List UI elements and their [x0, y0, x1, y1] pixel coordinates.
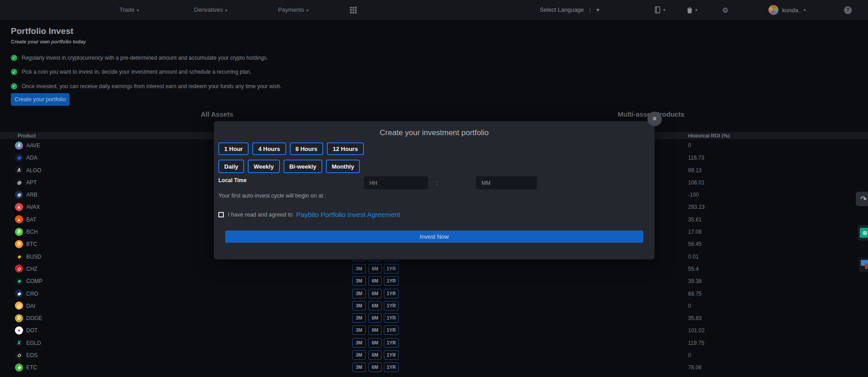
- table-row[interactable]: ◈ COMP 3M 6M 1YR 39.38: [0, 275, 868, 287]
- hour-option-button[interactable]: 4 Hours: [252, 142, 286, 155]
- frequency-option-group: DailyWeeklyBi-weeklyMonthly: [218, 160, 363, 173]
- period-3m-button[interactable]: 3M: [352, 301, 366, 311]
- period-6m-button[interactable]: 6M: [368, 264, 382, 273]
- help-button[interactable]: ?: [844, 0, 852, 20]
- chat-extension-widget[interactable]: [859, 258, 868, 272]
- table-row[interactable]: ◆ ETC 3M 6M 1YR 78.06: [0, 361, 868, 373]
- feature-bullet: ✓ Once invested, you can receive daily e…: [11, 79, 282, 94]
- roi-value: 101.02: [688, 327, 705, 334]
- period-1yr-button[interactable]: 1YR: [384, 350, 399, 360]
- frequency-option-button[interactable]: Bi-weekly: [283, 160, 322, 173]
- bag-icon: [686, 6, 693, 14]
- period-3m-button[interactable]: 3M: [352, 313, 366, 323]
- coin-icon: ◉: [15, 191, 23, 199]
- language-selector[interactable]: Select Language|▼: [540, 0, 600, 20]
- tab-all-assets[interactable]: All Assets: [0, 110, 434, 120]
- period-6m-button[interactable]: 6M: [368, 276, 382, 286]
- separator: |: [590, 6, 591, 13]
- hour-option-button[interactable]: 12 Hours: [327, 142, 364, 155]
- period-3m-button[interactable]: 3M: [352, 350, 366, 360]
- period-6m-button[interactable]: 6M: [368, 313, 382, 323]
- minute-input[interactable]: [476, 176, 537, 189]
- hour-option-button[interactable]: 8 Hours: [290, 142, 323, 155]
- username-label: kunda..: [782, 7, 802, 14]
- coin-symbol: EOS: [26, 352, 38, 358]
- period-1yr-button[interactable]: 1YR: [384, 338, 399, 348]
- table-row[interactable]: X EGLD 3M 6M 1YR 119.75: [0, 337, 868, 349]
- period-1yr-button[interactable]: 1YR: [384, 289, 399, 298]
- coin-glyph: A: [17, 143, 20, 148]
- period-1yr-button[interactable]: 1YR: [384, 313, 399, 323]
- coin-icon: ●: [15, 326, 23, 335]
- nav-menu-trade[interactable]: Trade▾: [119, 0, 139, 20]
- roi-value: -100: [688, 192, 699, 198]
- table-row[interactable]: Ð DOGE 3M 6M 1YR 35.83: [0, 312, 868, 324]
- chatgpt-extension-widget[interactable]: ⊛: [858, 225, 868, 240]
- nav-menu-payments[interactable]: Payments▾: [278, 0, 308, 20]
- cycle-note: Your first auto-invest cycle will begin …: [218, 193, 326, 199]
- user-menu[interactable]: kunda.. ▾: [769, 0, 806, 20]
- share-widget[interactable]: ↷: [856, 192, 868, 206]
- period-1yr-button[interactable]: 1YR: [384, 363, 399, 372]
- agreement-checkbox[interactable]: [218, 212, 224, 217]
- frequency-option-button[interactable]: Daily: [218, 160, 244, 173]
- frequency-option-button[interactable]: Weekly: [248, 160, 280, 173]
- period-6m-button[interactable]: 6M: [368, 289, 382, 298]
- period-3m-button[interactable]: 3M: [352, 363, 366, 372]
- grid-glyph: [350, 7, 357, 14]
- period-3m-button[interactable]: 3M: [352, 276, 366, 286]
- table-row[interactable]: ● DOT 3M 6M 1YR 101.02: [0, 324, 868, 336]
- period-6m-button[interactable]: 6M: [368, 350, 382, 360]
- orders-book-button[interactable]: ▾: [654, 0, 665, 20]
- period-3m-button[interactable]: 3M: [352, 338, 366, 348]
- table-row[interactable]: ◎ DAI 3M 6M 1YR 0: [0, 300, 868, 312]
- wallet-bag-button[interactable]: ▾: [686, 0, 698, 20]
- coin-glyph: B: [17, 241, 20, 246]
- period-1yr-button[interactable]: 1YR: [384, 264, 399, 273]
- chat-bubble-icon: [865, 264, 868, 269]
- coin-glyph: ◉: [17, 192, 21, 197]
- create-portfolio-button[interactable]: Create your portfolio: [11, 93, 70, 106]
- period-1yr-button[interactable]: 1YR: [384, 301, 399, 311]
- agreement-link[interactable]: Paybito Portfolio Invest Agreement: [296, 211, 400, 218]
- hour-option-button[interactable]: 1 Hour: [218, 142, 249, 155]
- period-3m-button[interactable]: 3M: [352, 325, 366, 335]
- period-1yr-button[interactable]: 1YR: [384, 276, 399, 286]
- roi-value: 0.01: [688, 254, 698, 260]
- close-icon[interactable]: ×: [647, 112, 662, 126]
- settings-button[interactable]: ⚙: [722, 0, 728, 20]
- period-1yr-button[interactable]: 1YR: [384, 325, 399, 335]
- feature-bullet-text: Regularly invest in cryptocurrency with …: [22, 55, 268, 61]
- roi-value: 0: [688, 303, 691, 309]
- coin-icon: B: [15, 228, 23, 236]
- asset-tabs: All Assets Multi-asset Products: [0, 110, 868, 120]
- nav-menu-derivatives[interactable]: Derivatives▾: [194, 0, 227, 20]
- invest-now-button[interactable]: Invest Now: [225, 231, 643, 243]
- hour-input[interactable]: [364, 176, 428, 189]
- coin-glyph: ◉: [17, 155, 21, 160]
- coin-symbol: ARB: [26, 192, 38, 198]
- coin-icon: ◎: [15, 302, 23, 310]
- roi-value: 39.38: [688, 278, 702, 284]
- top-navbar: Trade▾ Derivatives▾ Payments▾ Select Lan…: [0, 0, 868, 20]
- coin-glyph: ◈: [17, 278, 21, 283]
- period-6m-button[interactable]: 6M: [368, 301, 382, 311]
- coin-icon: X: [15, 339, 23, 347]
- coin-symbol: DOGE: [26, 315, 42, 321]
- avatar: [769, 5, 778, 15]
- period-6m-button[interactable]: 6M: [368, 363, 382, 372]
- period-6m-button[interactable]: 6M: [368, 325, 382, 335]
- coin-glyph: X: [18, 340, 21, 345]
- apps-grid-icon[interactable]: [350, 7, 357, 14]
- period-3m-button[interactable]: 3M: [352, 289, 366, 298]
- table-row[interactable]: ◇ EOS 3M 6M 1YR 0: [0, 349, 868, 361]
- book-icon: [654, 6, 661, 14]
- table-row[interactable]: ◆ CRO 3M 6M 1YR 68.75: [0, 287, 868, 300]
- frequency-option-button[interactable]: Monthly: [326, 160, 360, 173]
- period-6m-button[interactable]: 6M: [368, 338, 382, 348]
- table-row[interactable]: ◇ CHZ 3M 6M 1YR 55.4: [0, 263, 868, 275]
- check-circle-icon: ✓: [11, 69, 17, 75]
- check-circle-icon: ✓: [11, 55, 17, 61]
- roi-value: 119.75: [688, 340, 704, 346]
- period-3m-button[interactable]: 3M: [352, 264, 366, 273]
